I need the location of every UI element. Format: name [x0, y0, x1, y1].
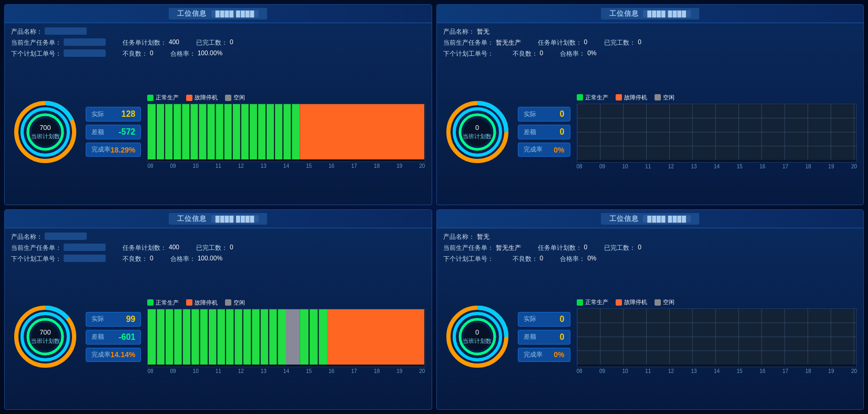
stat-value: 0%	[554, 350, 564, 359]
panel-header-text: 工位信息 ████ ████	[601, 8, 699, 19]
stat-label: 实际	[524, 315, 536, 324]
next-plan-item: 下个计划工单号：	[443, 49, 496, 58]
qualified-item: 合格率： 100.00%	[170, 49, 222, 58]
stat-label: 差额	[524, 128, 536, 137]
chart-column: 正常生产 故障停机 空闲	[147, 299, 425, 375]
chart-column: 正常生产 故障停机 空闲	[577, 94, 857, 170]
stat-label: 差额	[91, 332, 104, 341]
product-name-item: 产品名称： 暂无	[443, 233, 489, 241]
task-order-item: 当前生产任务单： 暂无生产	[443, 244, 521, 253]
x-axis-labels: 08091011121314151617181920	[577, 367, 857, 375]
stat-box: 差额 -572	[86, 125, 141, 139]
x-axis-labels: 08091011121314151617181920	[147, 162, 425, 170]
panel-body: 产品名称： 暂无 当前生产任务单： 暂无生产 任务单计划数： 0 已完工数： 0	[437, 228, 864, 410]
stat-label: 完成率	[91, 350, 110, 359]
completed-item: 已完工数： 0	[196, 244, 233, 253]
legend-idle: 空闲	[225, 299, 245, 307]
panel-body: 产品名称： 暂无 当前生产任务单： 暂无生产 任务单计划数： 0 已完工数： 0	[437, 23, 864, 205]
legend-dot-fault	[616, 299, 622, 306]
stat-value: 0	[560, 315, 565, 324]
completed-item: 已完工数： 0	[196, 38, 233, 47]
info-row-2: 当前生产任务单： 任务单计划数： 400 已完工数： 0	[11, 38, 425, 47]
stat-box: 实际 99	[86, 312, 141, 327]
stat-box: 完成率 0%	[518, 143, 570, 157]
stat-value: 0	[560, 109, 565, 119]
legend-normal: 正常生产	[147, 94, 179, 102]
stats-column: 实际 0 差额 0 完成率 0%	[518, 107, 570, 157]
stats-column: 实际 0 差额 0 完成率 0%	[518, 312, 570, 362]
stat-box: 实际 0	[518, 312, 570, 327]
panel-header: 工位信息 ████ ████	[437, 210, 864, 228]
main-content: 700 当班计划数 实际 128 差额 -572 完成率 18.29%	[11, 64, 425, 200]
stat-value: 99	[126, 315, 136, 324]
panel-2: 工位信息 ████ ████ 产品名称： 暂无 当前生产任务单： 暂无生产 任务…	[436, 4, 864, 205]
legend-fault: 故障停机	[616, 94, 647, 102]
chart-legend: 正常生产 故障停机 空闲	[577, 298, 857, 306]
stat-box: 差额 0	[518, 330, 570, 345]
completed-item: 已完工数： 0	[604, 38, 641, 47]
stat-box: 实际 128	[86, 107, 141, 122]
x-axis-labels: 08091011121314151617181920	[577, 163, 857, 170]
info-row-1: 产品名称： 暂无	[443, 233, 857, 241]
legend-idle: 空闲	[225, 94, 245, 102]
timeline-chart	[577, 308, 857, 367]
donut-label: 700 当班计划数	[31, 124, 60, 140]
plan-count-item: 任务单计划数： 0	[538, 244, 588, 253]
chart-column: 正常生产 故障停机 空闲	[147, 94, 425, 170]
panel-header-text: 工位信息 ████ ████	[169, 8, 267, 19]
bad-count-item: 不良数： 0	[122, 255, 154, 264]
dashboard-grid: 工位信息 ████ ████ 产品名称： 当前生产任务单： 任务单计划数： 40…	[4, 4, 864, 410]
panel-header-text: 工位信息 ████ ████	[601, 213, 699, 225]
legend-idle: 空闲	[655, 94, 675, 102]
legend-dot-normal	[577, 299, 583, 306]
product-name-item: 产品名称：	[11, 233, 87, 241]
info-row-2: 当前生产任务单： 任务单计划数： 400 已完工数： 0	[11, 244, 425, 253]
product-name-item: 产品名称：	[11, 27, 87, 36]
panel-4: 工位信息 ████ ████ 产品名称： 暂无 当前生产任务单： 暂无生产 任务…	[436, 209, 864, 410]
main-content: 0 当班计划数 实际 0 差额 0 完成率 0% 正	[443, 269, 857, 406]
qualified-item: 合格率： 100.00%	[170, 255, 222, 264]
legend-fault: 故障停机	[186, 94, 218, 102]
stat-box: 完成率 18.29%	[86, 143, 141, 157]
plan-count-item: 任务单计划数： 0	[538, 38, 588, 47]
legend-fault: 故障停机	[186, 299, 218, 307]
stat-label: 实际	[91, 315, 104, 324]
stat-box: 完成率 14.14%	[86, 348, 141, 362]
legend-normal: 正常生产	[577, 94, 608, 102]
x-axis-labels: 08091011121314151617181920	[147, 367, 425, 375]
qualified-item: 合格率： 0%	[560, 49, 596, 58]
next-plan-item: 下个计划工单号：	[11, 49, 106, 58]
donut-chart: 700 当班计划数	[11, 98, 79, 166]
panel-header: 工位信息 ████ ████	[437, 5, 864, 23]
info-row-1: 产品名称：	[11, 233, 425, 241]
panel-1: 工位信息 ████ ████ 产品名称： 当前生产任务单： 任务单计划数： 40…	[4, 4, 432, 205]
stats-column: 实际 128 差额 -572 完成率 18.29%	[86, 107, 141, 157]
plan-count-item: 任务单计划数： 400	[122, 244, 179, 253]
info-row-2: 当前生产任务单： 暂无生产 任务单计划数： 0 已完工数： 0	[443, 244, 857, 253]
legend-dot-idle	[655, 299, 661, 306]
panel-header: 工位信息 ████ ████	[5, 210, 432, 228]
stat-box: 差额 -601	[86, 330, 141, 345]
next-plan-item: 下个计划工单号：	[11, 255, 106, 264]
donut-chart: 0 当班计划数	[443, 98, 512, 166]
task-order-item: 当前生产任务单： 暂无生产	[443, 38, 521, 47]
legend-idle: 空闲	[655, 298, 675, 306]
panel-body: 产品名称： 当前生产任务单： 任务单计划数： 400 已完工数： 0	[5, 228, 432, 410]
stat-label: 完成率	[524, 145, 543, 154]
svg-rect-26	[300, 104, 425, 159]
completed-item: 已完工数： 0	[604, 244, 641, 253]
plan-count-item: 任务单计划数： 400	[122, 38, 179, 47]
main-content: 700 当班计划数 实际 99 差额 -601 完成率 14.14%	[11, 269, 425, 406]
stat-value: 14.14%	[110, 350, 135, 359]
stat-value: -572	[118, 127, 135, 137]
stat-value: -601	[118, 332, 135, 342]
donut-label: 0 当班计划数	[463, 329, 492, 345]
legend-normal: 正常生产	[147, 299, 179, 307]
legend-fault: 故障停机	[616, 298, 647, 306]
info-row-3: 下个计划工单号： 不良数： 0 合格率： 100.00%	[11, 255, 425, 264]
legend-dot-fault	[186, 95, 192, 101]
panel-header-text: 工位信息 ████ ████	[169, 213, 267, 225]
legend-normal: 正常生产	[577, 298, 608, 306]
next-plan-item: 下个计划工单号：	[443, 255, 496, 264]
legend-dot-normal	[577, 94, 583, 100]
